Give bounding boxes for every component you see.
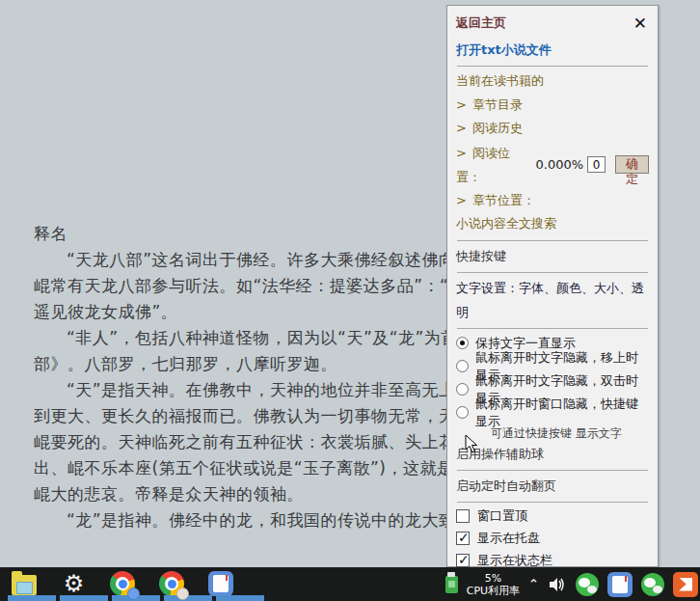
radio-icon[interactable]: [456, 406, 469, 419]
close-icon[interactable]: ✕: [633, 15, 649, 32]
taskbar-active-indicator: [8, 595, 56, 601]
taskbar-active-indicators: [0, 595, 700, 601]
reading-position-input[interactable]: [587, 156, 606, 173]
wechat-icon[interactable]: [576, 573, 599, 596]
chrome-badge: [127, 587, 140, 600]
item-marker: >: [456, 146, 467, 160]
item-marker: >: [456, 97, 467, 112]
divider: [457, 66, 648, 67]
open-txt-file-link[interactable]: 打开txt小说文件: [456, 39, 552, 62]
taskbar-pinned-apps: ⚙: [0, 571, 234, 597]
confirm-button[interactable]: 确定: [615, 155, 649, 174]
chapter-directory-item[interactable]: >章节目录: [456, 94, 649, 118]
hidden-icons-chevron-icon[interactable]: ⌃: [528, 577, 539, 591]
panel-title: 返回主页: [456, 14, 506, 32]
checkbox-icon[interactable]: [456, 509, 470, 523]
taskbar-active-indicator: [60, 595, 108, 601]
item-marker: >: [456, 121, 467, 135]
assist-ball-link[interactable]: 启用操作辅助球: [456, 442, 649, 466]
text-settings-link[interactable]: 文字设置：字体、颜色、大小、透明: [456, 276, 649, 324]
radio-hide-show-on-hotkey[interactable]: 鼠标离开时窗口隐藏，快捷键显示: [456, 401, 649, 424]
cpu-usage-indicator[interactable]: 5% CPU利用率: [467, 572, 520, 597]
divider: [457, 272, 648, 273]
file-explorer-icon[interactable]: [12, 571, 38, 597]
taskbar-active-indicator: [216, 595, 264, 601]
cpu-percent: 5%: [467, 572, 520, 585]
item-marker: >: [456, 193, 467, 207]
fulltext-search-link[interactable]: 小说内容全文搜索: [456, 212, 649, 236]
auto-flip-link[interactable]: 启动定时自动翻页: [456, 474, 649, 498]
chapter-position-item[interactable]: >章节位置：: [456, 189, 649, 213]
divider: [457, 470, 648, 471]
chrome-profile-icon[interactable]: [159, 571, 185, 597]
radio-icon[interactable]: [456, 337, 469, 349]
reading-history-item[interactable]: >阅读历史: [456, 117, 649, 141]
checkbox-icon[interactable]: [456, 554, 470, 567]
divider: [457, 502, 648, 503]
usb-device-icon[interactable]: [445, 576, 458, 593]
checkbox-icon[interactable]: [456, 532, 470, 545]
checkbox-window-on-top[interactable]: 窗口置顶: [456, 505, 649, 528]
shortcut-keys-link[interactable]: 快捷按键: [456, 244, 649, 268]
novel-reader-tray-icon[interactable]: [607, 572, 633, 597]
mouse-cursor: [465, 434, 478, 454]
current-book-label: 当前在读书籍的: [456, 69, 649, 94]
chrome-profile-badge: [176, 587, 189, 600]
volume-icon[interactable]: [548, 576, 567, 593]
chrome-icon[interactable]: [110, 571, 136, 597]
wechat-icon-2[interactable]: [641, 573, 664, 596]
video-app-icon[interactable]: [673, 572, 698, 597]
divider: [457, 328, 648, 329]
system-tray: 5% CPU利用率 ⌃: [445, 572, 700, 597]
radio-icon[interactable]: [456, 383, 469, 396]
reader-settings-panel: 返回主页 ✕ 打开txt小说文件 当前在读书籍的 >章节目录 >阅读历史 >阅读…: [446, 5, 659, 567]
desktop: { "colors": { "desktop_bg": "#c6ced1", "…: [0, 0, 700, 601]
settings-gear-icon[interactable]: ⚙: [61, 571, 87, 597]
reading-position-row: >阅读位置： 0.000% 确定: [456, 141, 649, 189]
divider: [457, 240, 648, 241]
novel-reader-app-icon[interactable]: [208, 571, 234, 597]
radio-icon[interactable]: [456, 360, 469, 372]
reading-position-percent: 0.000%: [536, 152, 584, 177]
checkbox-show-in-tray[interactable]: 显示在托盘: [456, 528, 649, 550]
